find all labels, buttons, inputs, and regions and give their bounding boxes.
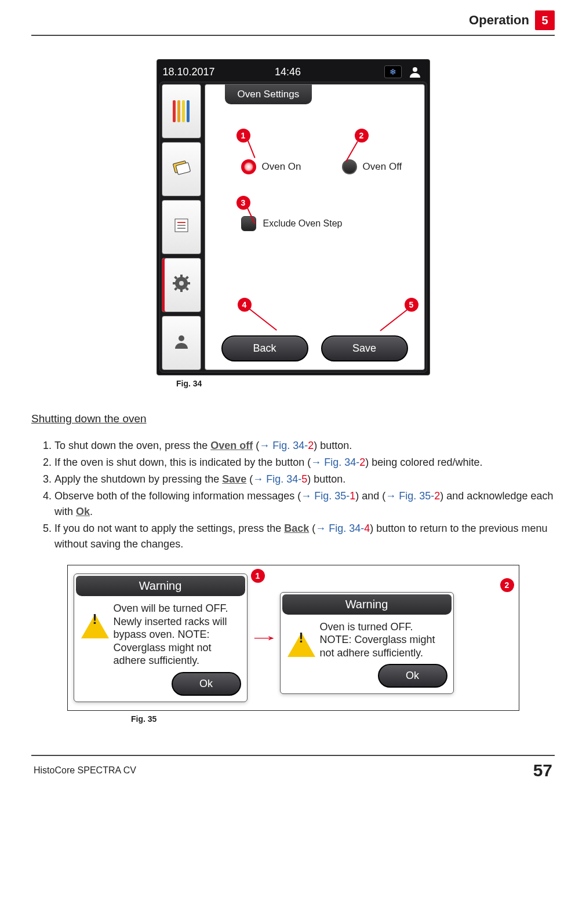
fig34-caption: Fig. 34 (176, 379, 555, 388)
arrow-right-icon: → (247, 629, 280, 647)
ok-ref: Ok (76, 506, 90, 517)
svg-rect-11 (173, 282, 176, 284)
back-ref: Back (284, 523, 309, 534)
oven-off-radio[interactable] (342, 159, 357, 174)
save-button[interactable]: Save (321, 335, 408, 361)
callout-line-1 (247, 140, 256, 158)
step-1: To shut down the oven, press the Oven of… (54, 438, 555, 454)
step-5: If you do not want to apply the settings… (54, 521, 555, 552)
warning-title-2: Warning (282, 594, 452, 615)
svg-rect-9 (180, 275, 183, 278)
fig35-caption: Fig. 35 (131, 714, 555, 724)
callout-line-2 (345, 141, 358, 162)
save-ref: Save (222, 473, 246, 485)
svg-point-8 (179, 281, 184, 286)
svg-point-0 (413, 67, 417, 72)
nav-user[interactable] (162, 316, 201, 370)
warn-callout-2: 2 (500, 578, 514, 592)
callout-4: 4 (238, 298, 252, 312)
slide-icon (172, 158, 191, 181)
defrost-icon: ❄ (384, 65, 402, 78)
warning-icon (81, 602, 109, 630)
warn-callout-1: 1 (251, 569, 265, 583)
oven-off-label: Oven Off (363, 161, 402, 173)
panel-title: Oven Settings (225, 85, 312, 104)
back-button[interactable]: Back (221, 335, 308, 361)
svg-point-17 (179, 335, 184, 341)
instruction-list: To shut down the oven, press the Oven of… (54, 438, 555, 552)
warning-icon (287, 620, 315, 648)
callout-1: 1 (236, 129, 250, 143)
nav-consumables[interactable] (162, 84, 201, 138)
status-time: 14:46 (198, 66, 378, 78)
step-3: Apply the shutdown by pressing the Save … (54, 472, 555, 487)
nav-slides[interactable] (162, 142, 201, 196)
oven-on-label: Oven On (262, 161, 301, 173)
device-frame: 18.10.2017 14:46 ❄ (156, 59, 430, 375)
warning-title-1: Warning (76, 576, 245, 596)
ovenoff-ref: Oven off (210, 440, 253, 451)
user-icon (406, 65, 424, 78)
side-nav (160, 82, 203, 372)
warning-text-1: Oven will be turned OFF. Newly inserted … (114, 602, 240, 667)
callout-line-4 (249, 308, 277, 331)
nav-settings[interactable] (162, 258, 201, 312)
user-nav-icon (173, 334, 190, 353)
warning-box-2: Warning Oven is turned OFF. NOTE: Coverg… (280, 592, 454, 695)
step-2: If the oven is shut down, this is indica… (54, 455, 555, 470)
footer-page-number: 57 (533, 761, 552, 780)
exclude-oven-label: Exclude Oven Step (263, 218, 343, 229)
warning-text-2: Oven is turned OFF. NOTE: Coverglass mig… (320, 620, 446, 660)
ok-button-1[interactable]: Ok (172, 672, 241, 696)
oven-on-radio[interactable] (241, 159, 256, 174)
header-section-title: Operation (469, 13, 529, 28)
svg-rect-12 (187, 282, 190, 284)
footer-rule (31, 755, 555, 756)
gear-icon (173, 275, 190, 296)
step-4: Observe both of the following informatio… (54, 488, 555, 520)
status-bar: 18.10.2017 14:46 ❄ (159, 62, 427, 82)
footer-product: HistoCore SPECTRA CV (34, 765, 136, 776)
color-bars-icon (173, 100, 190, 122)
callout-3: 3 (236, 196, 250, 210)
callout-5: 5 (405, 298, 418, 312)
callout-2: 2 (355, 129, 369, 143)
header-chapter-badge: 5 (535, 10, 555, 30)
ok-button-2[interactable]: Ok (378, 664, 447, 688)
oven-settings-panel: Oven Settings 1 2 3 4 5 O (205, 84, 425, 370)
warnings-figure: 1 2 Warning Oven will be turned OFF. New… (67, 565, 519, 711)
callout-line-5 (380, 309, 408, 331)
warning-box-1: Warning Oven will be turned OFF. Newly i… (74, 574, 247, 702)
svg-rect-10 (180, 288, 183, 292)
list-icon (173, 217, 190, 238)
header-rule (31, 35, 555, 36)
nav-list[interactable] (162, 200, 201, 254)
section-title: Shutting down the oven (31, 412, 555, 425)
